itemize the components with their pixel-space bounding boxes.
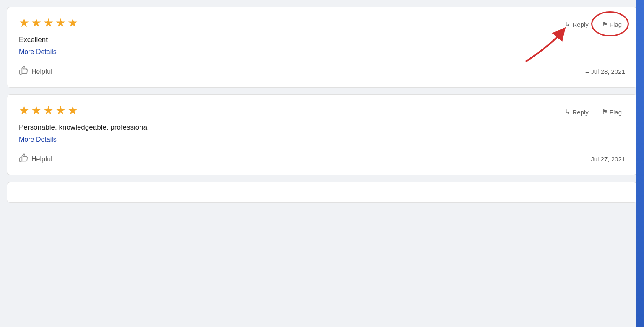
- flag-highlight-container: ⚑ Flag: [599, 19, 625, 30]
- star-2-2: ★: [31, 105, 42, 117]
- reply-button-1[interactable]: ↳ Reply: [561, 19, 592, 30]
- review-card-2: ★ ★ ★ ★ ★ ↳ Reply ⚑ Flag Personable, kno…: [7, 94, 637, 175]
- thumbs-up-icon-1: [19, 66, 28, 77]
- star-3: ★: [43, 17, 54, 29]
- star-2-4: ★: [55, 105, 66, 117]
- star-rating-1: ★ ★ ★ ★ ★: [19, 17, 78, 29]
- review-footer-1: Helpful – Jul 28, 2021: [19, 66, 625, 77]
- review-text-2: Personable, knowledgeable, professional: [19, 123, 625, 132]
- star-2-3: ★: [43, 105, 54, 117]
- reply-arrow-icon-2: ↳: [565, 108, 570, 116]
- review-card-1: ★ ★ ★ ★ ★ ↳ Reply ⚑ Flag: [7, 7, 637, 88]
- review-text-1: Excellent: [19, 36, 625, 44]
- reply-arrow-icon-1: ↳: [565, 21, 570, 28]
- flag-button-1[interactable]: ⚑ Flag: [599, 19, 625, 30]
- star-2-1: ★: [19, 105, 29, 117]
- review-footer-2: Helpful Jul 27, 2021: [19, 153, 625, 165]
- reply-button-2[interactable]: ↳ Reply: [561, 106, 592, 117]
- review-date-2: Jul 27, 2021: [591, 156, 625, 163]
- reply-label-2: Reply: [572, 109, 588, 116]
- helpful-button-1[interactable]: Helpful: [19, 66, 52, 77]
- more-details-link-1[interactable]: More Details: [19, 48, 57, 56]
- star-2-5: ★: [68, 105, 78, 117]
- star-1: ★: [19, 17, 29, 29]
- review-card-3: [7, 182, 637, 203]
- sidebar-blue-bar: [636, 0, 644, 216]
- thumbs-up-icon-2: [19, 153, 28, 165]
- flag-icon-1: ⚑: [602, 21, 608, 28]
- review-header-1: ★ ★ ★ ★ ★ ↳ Reply ⚑ Flag: [19, 17, 625, 30]
- review-header-2: ★ ★ ★ ★ ★ ↳ Reply ⚑ Flag: [19, 105, 625, 117]
- helpful-label-1: Helpful: [31, 68, 52, 75]
- flag-icon-2: ⚑: [602, 108, 608, 116]
- more-details-link-2[interactable]: More Details: [19, 136, 57, 143]
- helpful-label-2: Helpful: [31, 156, 52, 163]
- helpful-button-2[interactable]: Helpful: [19, 153, 52, 165]
- star-4: ★: [55, 17, 66, 29]
- star-rating-2: ★ ★ ★ ★ ★: [19, 105, 78, 117]
- reply-label-1: Reply: [572, 21, 588, 28]
- flag-label-2: Flag: [610, 109, 622, 116]
- flag-label-1: Flag: [610, 21, 622, 28]
- star-5: ★: [68, 17, 78, 29]
- review-actions-2: ↳ Reply ⚑ Flag: [561, 106, 625, 117]
- flag-button-2[interactable]: ⚑ Flag: [599, 106, 625, 117]
- review-actions-1: ↳ Reply ⚑ Flag: [561, 19, 625, 30]
- star-2: ★: [31, 17, 42, 29]
- review-date-1: – Jul 28, 2021: [586, 68, 625, 75]
